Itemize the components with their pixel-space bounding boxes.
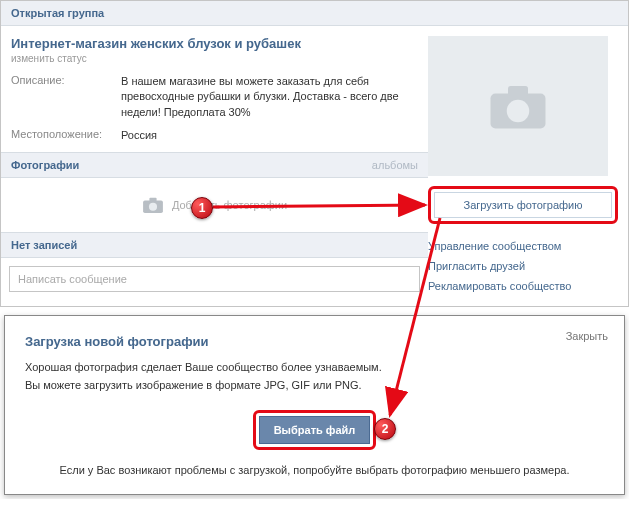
svg-rect-4 — [508, 86, 528, 96]
no-posts-header: Нет записей — [1, 232, 428, 258]
advertise-community-link[interactable]: Рекламировать сообщество — [428, 276, 618, 296]
change-status-link[interactable]: изменить статус — [11, 53, 418, 64]
upload-photo-button[interactable]: Загрузить фотографию — [434, 192, 612, 218]
manage-community-link[interactable]: Управление сообществом — [428, 236, 618, 256]
modal-footer-text: Если у Вас возникают проблемы с загрузко… — [25, 464, 604, 476]
annotation-badge-1: 1 — [191, 197, 213, 219]
location-label: Местоположение: — [11, 128, 121, 143]
annotation-badge-2: 2 — [374, 418, 396, 440]
group-photo-placeholder — [428, 36, 608, 176]
upload-modal: Загрузка новой фотографии Закрыть Хороша… — [4, 315, 625, 495]
svg-point-5 — [507, 100, 530, 123]
svg-point-2 — [149, 202, 157, 210]
photos-header: Фотографии — [11, 159, 79, 171]
choose-file-button[interactable]: Выбрать файл — [259, 416, 371, 444]
modal-text-line2: Вы можете загрузить изображение в формат… — [25, 377, 604, 395]
albums-link[interactable]: альбомы — [372, 159, 418, 171]
camera-icon — [142, 196, 164, 214]
location-value: Россия — [121, 128, 418, 143]
camera-placeholder-icon — [488, 81, 548, 131]
add-photos-label: Добавить фотографии — [172, 199, 287, 211]
description-value: В нашем магазине вы можете заказать для … — [121, 74, 418, 120]
add-photos-button[interactable]: Добавить фотографии — [11, 178, 418, 232]
group-title: Интернет-магазин женских блузок и рубаше… — [11, 36, 418, 51]
compose-input[interactable]: Написать сообщение — [9, 266, 420, 292]
modal-text-line1: Хорошая фотография сделает Ваше сообщест… — [25, 359, 604, 377]
description-label: Описание: — [11, 74, 121, 120]
svg-rect-1 — [149, 197, 156, 201]
modal-title: Загрузка новой фотографии — [25, 334, 604, 349]
page-header: Открытая группа — [1, 1, 628, 26]
invite-friends-link[interactable]: Пригласить друзей — [428, 256, 618, 276]
modal-close-button[interactable]: Закрыть — [566, 330, 608, 342]
